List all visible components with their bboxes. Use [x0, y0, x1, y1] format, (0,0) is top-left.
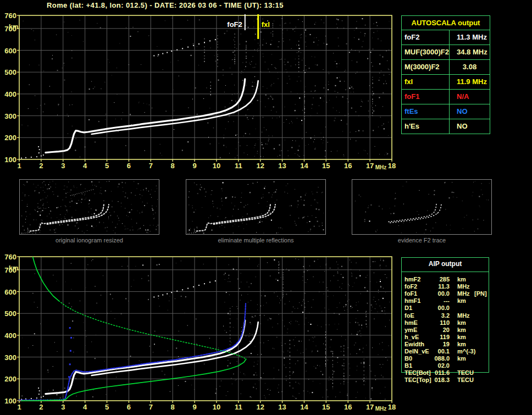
- thumbnail-plot-2: [186, 180, 325, 234]
- svg-text:760: 760: [4, 253, 16, 261]
- param-label: foE: [404, 312, 414, 319]
- param-value: 19: [424, 341, 450, 347]
- svg-text:400: 400: [4, 90, 16, 98]
- svg-text:MHz: MHz: [375, 406, 387, 412]
- svg-text:16: 16: [344, 162, 352, 170]
- series-profile-topside-dotted: [59, 301, 246, 359]
- param-label: fxI: [402, 75, 450, 89]
- param-value: km: [457, 334, 466, 340]
- svg-text:200: 200: [4, 375, 16, 383]
- svg-text:17: 17: [366, 403, 374, 411]
- marker-fxi: fxI: [258, 14, 270, 39]
- autoscala-screen: Rome (lat: +41.8, lon: 012.5) - DATE: 20…: [0, 0, 532, 415]
- svg-text:1: 1: [17, 162, 21, 170]
- svg-text:7: 7: [149, 403, 153, 411]
- svg-text:200: 200: [4, 134, 16, 142]
- profile-plot: 1234567891011121314151617187607006005004…: [0, 250, 400, 415]
- series-multiple-reflection: [153, 39, 216, 56]
- thumbnail-plot-3: [352, 180, 491, 234]
- svg-text:12: 12: [256, 162, 264, 170]
- svg-text:2: 2: [39, 162, 43, 170]
- param-label: D1: [404, 305, 412, 311]
- param-value: 018.3: [424, 377, 450, 383]
- svg-text:4: 4: [83, 403, 87, 411]
- svg-text:4: 4: [83, 162, 87, 170]
- series-e-tail: [21, 388, 44, 400]
- param-label: B0: [404, 355, 412, 362]
- table-row-ftes: ftEs NO: [402, 104, 490, 119]
- svg-text:100: 100: [4, 156, 16, 164]
- aip-row-h-ve: h_vE119km: [401, 334, 511, 341]
- svg-text:13: 13: [278, 162, 286, 170]
- svg-text:12: 12: [256, 403, 264, 411]
- main-ionogram-plot: 1234567891011121314151617187607006005004…: [0, 0, 400, 175]
- aip-row-foe: foE3.2MHz: [401, 312, 511, 319]
- thumbnail-caption-3: evidence F2 trace: [352, 237, 492, 244]
- param-value: m^(-3): [457, 348, 475, 355]
- aip-row-tec-bot-: TEC[Bot]011.6TECU: [401, 369, 511, 377]
- aip-table-header: AIP output: [401, 260, 489, 268]
- table-row-fof1: foF1 N/A: [402, 90, 490, 104]
- svg-text:14: 14: [300, 403, 308, 411]
- param-value: 3.08: [450, 60, 490, 74]
- svg-text:15: 15: [322, 403, 330, 411]
- svg-text:2: 2: [39, 403, 43, 411]
- svg-text:8: 8: [171, 403, 175, 411]
- param-value: 119: [424, 334, 450, 340]
- svg-text:600: 600: [4, 288, 16, 296]
- param-value: NO: [450, 104, 490, 119]
- param-label: Ewidth: [404, 341, 424, 347]
- series-e-tail: [21, 146, 44, 159]
- param-value: 11.9 MHz: [450, 75, 490, 89]
- thumbnail-plot-1: [20, 180, 159, 234]
- param-label: hmE: [404, 319, 418, 326]
- param-value: NO: [450, 119, 490, 134]
- svg-text:3: 3: [61, 162, 65, 170]
- svg-text:MHz: MHz: [375, 164, 387, 170]
- svg-text:7: 7: [149, 162, 153, 170]
- series-profile-topside-solid: [33, 257, 59, 301]
- aip-row-fof2: foF211.3MHz: [401, 283, 511, 290]
- aip-row-b0: B0088.0km: [401, 355, 511, 362]
- param-value: 20: [424, 327, 450, 333]
- svg-text:8: 8: [171, 162, 175, 170]
- aip-row-yme: ymE20km: [401, 327, 511, 334]
- svg-text:400: 400: [4, 331, 16, 340]
- svg-text:km: km: [9, 264, 18, 272]
- param-value: km: [457, 297, 466, 304]
- param-label: B1: [404, 362, 412, 369]
- table-row-m3000f2: M(3000)F2 3.08: [402, 60, 490, 75]
- param-value: TECU: [457, 369, 474, 376]
- aip-row-hme: hmE110km: [401, 319, 511, 327]
- param-label: foF2: [402, 30, 450, 45]
- thumbnail-original-ionogram: [19, 179, 159, 235]
- param-value: 11.3: [424, 283, 450, 290]
- svg-text:500: 500: [4, 309, 16, 318]
- aip-row-hmf1: hmF1---km: [401, 297, 511, 305]
- aip-row-d1: D100.0: [401, 305, 511, 312]
- param-value: 02.0: [424, 362, 450, 369]
- svg-text:16: 16: [344, 403, 352, 411]
- svg-text:10: 10: [213, 162, 220, 170]
- aip-row-ewidth: Ewidth19km: [401, 341, 511, 348]
- param-value: 34.8 MHz: [450, 45, 490, 59]
- param-label: ymE: [404, 327, 417, 333]
- param-label: hmF1: [404, 297, 420, 304]
- param-label: h'Es: [402, 119, 450, 134]
- param-label: foF2: [404, 283, 417, 290]
- param-value: MHz: [457, 312, 470, 319]
- param-value: 00.1: [424, 348, 450, 355]
- param-value: 3.2: [424, 312, 450, 319]
- autoscala-table-header: AUTOSCALA output: [402, 16, 490, 30]
- aip-row-hmf2: hmF2285km: [401, 276, 511, 283]
- param-value: 011.6: [424, 369, 450, 376]
- svg-text:11: 11: [235, 403, 242, 411]
- svg-text:500: 500: [4, 68, 16, 76]
- series-scaled-trace-blue: [65, 303, 246, 398]
- svg-text:9: 9: [192, 403, 196, 411]
- param-value: 00.0: [424, 305, 450, 311]
- param-value: TECU: [457, 377, 474, 383]
- autoscala-output-table: AUTOSCALA output foF2 11.3 MHz MUF(3000)…: [401, 15, 490, 134]
- svg-text:3: 3: [61, 403, 65, 411]
- thumbnail-evidence-f2: [352, 179, 492, 235]
